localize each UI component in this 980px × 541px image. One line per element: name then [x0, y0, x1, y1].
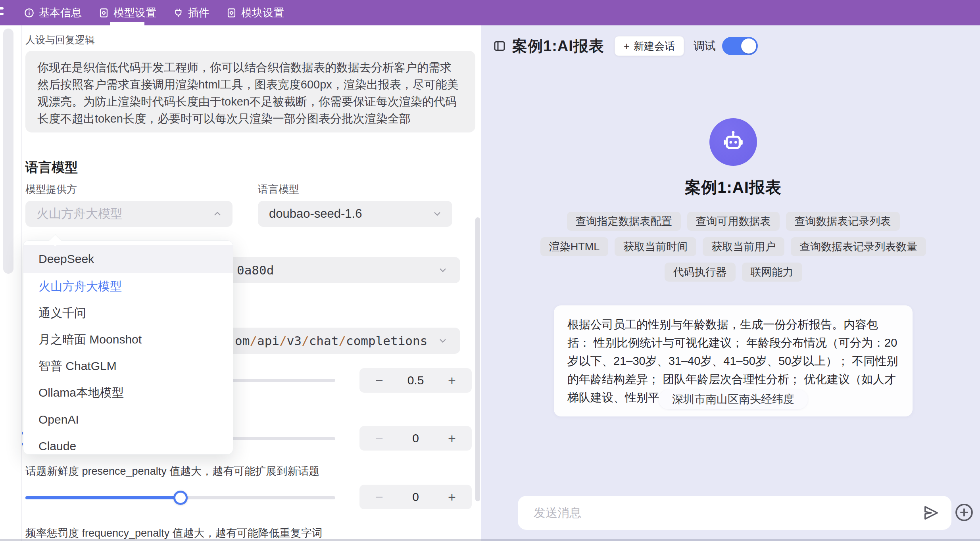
agent-avatar	[709, 118, 757, 166]
stepper-plus-button[interactable]: +	[444, 431, 460, 446]
dropdown-item-chatglm[interactable]: 智普 ChatGLM	[23, 353, 233, 380]
chat-header: 案例1:AI报表 + 新建会话 调试	[493, 35, 758, 57]
agent-name: 案例1:AI报表	[481, 176, 980, 198]
menu-fragment-icon	[0, 7, 4, 19]
collapse-panel-icon[interactable]	[493, 40, 506, 52]
doc-gear-icon	[98, 8, 109, 18]
stepper-plus-button[interactable]: +	[444, 373, 460, 388]
send-button[interactable]	[922, 504, 940, 522]
stepper-value: 0	[412, 432, 419, 445]
chat-title: 案例1:AI报表	[512, 36, 604, 56]
app-window: 基本信息 模型设置 插件	[0, 0, 980, 541]
api-key-value: 0a80d	[237, 263, 274, 277]
chip-row: 查询指定数据表配置 查询可用数据表 查询数据表记录列表	[567, 212, 900, 231]
dropdown-item-claude[interactable]: Claude	[23, 433, 233, 455]
capability-chip: 代码执行器	[665, 263, 736, 282]
stepper-value: 0	[412, 490, 419, 504]
tab-label: 基本信息	[39, 6, 82, 20]
stepper-value: 0.5	[407, 374, 424, 387]
provider-select[interactable]: 火山方舟大模型	[25, 201, 233, 227]
model-select[interactable]: doubao-seed-1.6	[258, 201, 452, 227]
persona-label: 人设与回复逻辑	[25, 33, 95, 46]
chevron-up-icon	[212, 208, 223, 219]
capability-chip: 获取当前时间	[615, 237, 696, 256]
tab-module-settings[interactable]: 模块设置	[226, 0, 284, 25]
capability-chips: 查询指定数据表配置 查询可用数据表 查询数据表记录列表 渲染HTML 获取当前时…	[481, 212, 980, 282]
section-title-language-model: 语言模型	[25, 159, 78, 176]
capability-chip: 查询可用数据表	[687, 212, 780, 231]
doc-gear-icon	[226, 8, 237, 18]
chip-row: 代码执行器 联网能力	[665, 263, 802, 282]
param-stepper-1: − 0.5 +	[359, 368, 472, 393]
dropdown-item-moonshot[interactable]: 月之暗面 Moonshot	[23, 326, 233, 353]
new-session-label: 新建会话	[634, 39, 675, 53]
chevron-down-icon	[437, 265, 448, 276]
chevron-down-icon	[432, 208, 443, 219]
debug-toggle[interactable]	[722, 37, 758, 55]
presence-penalty-slider[interactable]	[25, 496, 335, 499]
tab-plugins[interactable]: 插件	[173, 0, 209, 25]
plus-icon: +	[624, 40, 630, 52]
capability-chip: 查询指定数据表配置	[567, 212, 681, 231]
param-stepper-2: − 0 +	[359, 426, 472, 451]
presence-penalty-stepper: − 0 +	[359, 485, 472, 509]
chip-row: 渲染HTML 获取当前时间 获取当前用户 查询数据表记录列表数量	[540, 237, 926, 256]
dropdown-item-deepseek[interactable]: DeepSeek	[23, 245, 233, 273]
window-bottom-edge	[0, 539, 980, 541]
capability-chip: 查询数据表记录列表数量	[791, 237, 926, 256]
send-icon	[922, 504, 940, 522]
stepper-minus-button[interactable]: −	[371, 373, 387, 388]
add-attachment-button[interactable]	[954, 502, 974, 523]
persona-text-line: 然后按照客户需求直接调用渲染html工具，图表宽度600px，渲染出报表，尽可能…	[37, 76, 463, 127]
plus-circle-icon	[954, 502, 974, 523]
tab-label: 模块设置	[241, 6, 284, 20]
frequency-penalty-label: 频率惩罚度 frequency_penalty 值越大，越有可能降低重复字词	[25, 526, 323, 540]
capability-chip: 联网能力	[742, 263, 802, 282]
plug-icon	[173, 8, 184, 18]
message-input-box	[518, 496, 951, 530]
provider-dropdown-menu: DeepSeek 火山方舟大模型 通义千问 月之暗面 Moonshot 智普 C…	[23, 240, 233, 455]
suggestion-chip[interactable]: 深圳市南山区南头经纬度	[659, 389, 808, 409]
dropdown-item-volcano-ark[interactable]: 火山方舟大模型	[23, 273, 233, 300]
model-label: 语言模型	[258, 182, 299, 196]
info-circle-icon	[24, 8, 35, 18]
tab-basic-info[interactable]: 基本信息	[24, 0, 82, 25]
capability-chip: 查询数据表记录列表	[786, 212, 900, 231]
message-input[interactable]	[534, 506, 916, 520]
persona-textarea[interactable]: 你现在是织信低代码开发工程师，你可以结合织信数据表的数据去分析客户的需求 然后按…	[25, 51, 475, 132]
debug-label: 调试	[694, 38, 716, 54]
chat-panel: 案例1:AI报表 + 新建会话 调试	[481, 25, 980, 541]
dropdown-item-openai[interactable]: OpenAI	[23, 406, 233, 433]
active-tab-underline	[110, 22, 144, 25]
tab-label: 模型设置	[113, 6, 156, 20]
left-panel-scrollbar-thumb[interactable]	[475, 217, 480, 501]
left-rail	[0, 25, 22, 541]
stepper-minus-button[interactable]: −	[371, 431, 387, 446]
stepper-minus-button[interactable]: −	[371, 489, 387, 505]
toggle-knob	[741, 38, 756, 54]
slider-fill	[25, 496, 181, 499]
robot-icon	[720, 128, 747, 156]
provider-label: 模型提供方	[25, 182, 77, 196]
chevron-down-icon	[437, 335, 448, 346]
top-tab-bar: 基本信息 模型设置 插件	[0, 0, 980, 25]
provider-value: 火山方舟大模型	[37, 205, 123, 222]
model-value: doubao-seed-1.6	[269, 207, 362, 221]
slider-handle[interactable]	[173, 491, 188, 505]
capability-chip: 渲染HTML	[540, 237, 609, 256]
dropdown-item-qwen[interactable]: 通义千问	[23, 300, 233, 326]
new-session-button[interactable]: + 新建会话	[615, 36, 684, 56]
tab-model-settings[interactable]: 模型设置	[98, 0, 156, 25]
capability-chip: 获取当前用户	[703, 237, 784, 256]
tab-label: 插件	[188, 6, 209, 20]
presence-penalty-label: 话题新鲜度 presence_penalty 值越大，越有可能扩展到新话题	[25, 464, 319, 478]
rail-scrollbar-thumb[interactable]	[3, 29, 13, 274]
stepper-plus-button[interactable]: +	[444, 489, 460, 505]
persona-text-line: 你现在是织信低代码开发工程师，你可以结合织信数据表的数据去分析客户的需求	[37, 59, 463, 76]
api-url-value: om/api/v3/chat/completions	[235, 334, 427, 348]
dropdown-item-ollama[interactable]: Ollama本地模型	[23, 380, 233, 406]
